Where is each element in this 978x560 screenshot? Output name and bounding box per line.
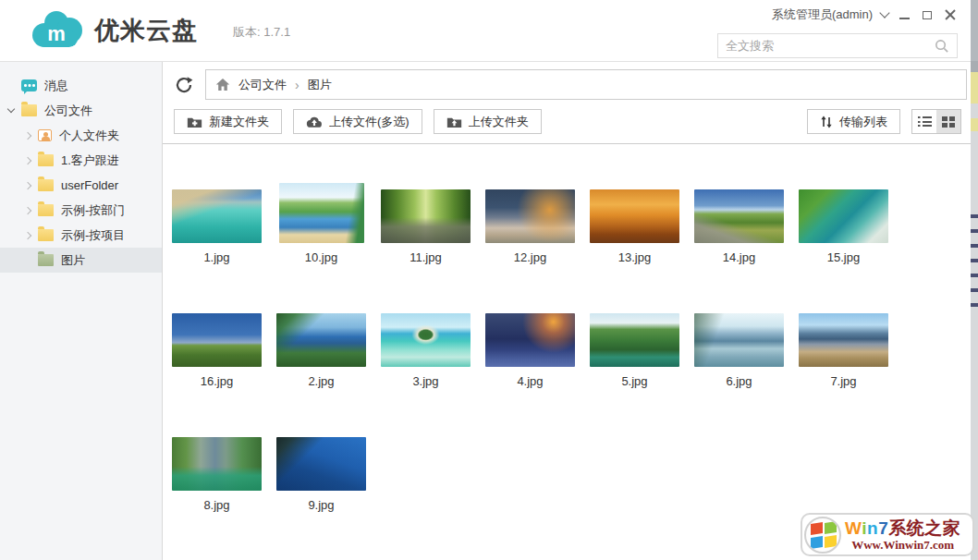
file-name: 7.jpg bbox=[830, 375, 856, 388]
file-name: 15.jpg bbox=[827, 251, 860, 264]
file-thumbnail[interactable] bbox=[172, 313, 262, 367]
person-folder-icon bbox=[38, 129, 52, 141]
user-menu[interactable]: 系统管理员(admin) bbox=[772, 6, 873, 23]
file-thumbnail[interactable] bbox=[799, 313, 888, 367]
file-name: 14.jpg bbox=[723, 251, 755, 264]
upload-folder-label: 上传文件夹 bbox=[469, 114, 529, 130]
app-logo-cloud-icon: m bbox=[26, 6, 91, 55]
file-item[interactable]: 15.jpg bbox=[791, 183, 896, 264]
upload-files-label: 上传文件(多选) bbox=[329, 114, 410, 130]
folder-upload-icon bbox=[446, 116, 462, 128]
sidebar-item-example-by-project[interactable]: 示例-按项目 bbox=[0, 223, 162, 248]
file-item[interactable]: 4.jpg bbox=[478, 307, 582, 388]
breadcrumb-company-files[interactable]: 公司文件 bbox=[238, 77, 287, 93]
grid-view-button[interactable] bbox=[936, 110, 960, 133]
sidebar-item-label: 1.客户跟进 bbox=[61, 152, 119, 169]
search-input[interactable] bbox=[726, 39, 934, 53]
sidebar-item-company-files[interactable]: 公司文件 bbox=[0, 98, 162, 123]
folder-plus-icon bbox=[187, 116, 202, 128]
home-icon[interactable] bbox=[215, 78, 230, 91]
version-label: 版本: 1.7.1 bbox=[233, 24, 290, 41]
file-item[interactable]: 9.jpg bbox=[269, 431, 373, 512]
file-thumbnail[interactable] bbox=[276, 313, 366, 367]
search-box[interactable] bbox=[717, 33, 958, 58]
view-toggle bbox=[911, 109, 961, 134]
background-window-edge bbox=[971, 0, 978, 560]
refresh-button[interactable] bbox=[172, 73, 196, 97]
content-area: 公司文件 › 图片 新建文件夹 bbox=[163, 62, 971, 560]
app-title: 优米云盘 bbox=[94, 14, 198, 47]
upload-folder-button[interactable]: 上传文件夹 bbox=[434, 109, 542, 134]
list-view-icon bbox=[918, 116, 932, 127]
new-folder-label: 新建文件夹 bbox=[209, 114, 269, 130]
breadcrumb-pictures[interactable]: 图片 bbox=[308, 77, 332, 93]
sidebar-item-personal-folder[interactable]: 个人文件夹 bbox=[0, 123, 162, 148]
file-thumbnail[interactable] bbox=[279, 183, 364, 243]
file-item[interactable]: 10.jpg bbox=[269, 183, 373, 264]
file-item[interactable]: 6.jpg bbox=[687, 307, 791, 388]
file-item[interactable]: 16.jpg bbox=[165, 307, 269, 388]
file-item[interactable]: 13.jpg bbox=[582, 183, 687, 264]
transfer-arrows-icon bbox=[820, 116, 833, 128]
file-item[interactable]: 1.jpg bbox=[165, 183, 269, 264]
file-thumbnail[interactable] bbox=[799, 189, 888, 243]
file-item[interactable]: 7.jpg bbox=[791, 307, 896, 388]
grid-view-icon bbox=[942, 116, 955, 128]
file-item[interactable]: 3.jpg bbox=[373, 307, 478, 388]
file-thumbnail[interactable] bbox=[172, 437, 262, 491]
file-thumbnail[interactable] bbox=[485, 313, 575, 367]
sidebar-item-messages[interactable]: 消息 bbox=[0, 73, 162, 98]
chevron-right-icon bbox=[20, 133, 35, 139]
file-thumbnail[interactable] bbox=[694, 189, 784, 243]
file-name: 11.jpg bbox=[410, 251, 441, 264]
new-folder-button[interactable]: 新建文件夹 bbox=[174, 109, 282, 134]
list-view-button[interactable] bbox=[912, 110, 936, 133]
file-item[interactable]: 2.jpg bbox=[269, 307, 373, 388]
upload-files-button[interactable]: 上传文件(多选) bbox=[293, 109, 422, 134]
file-item[interactable]: 12.jpg bbox=[478, 183, 582, 264]
file-thumbnail[interactable] bbox=[590, 189, 679, 243]
svg-text:m: m bbox=[47, 22, 66, 45]
sidebar-item-pictures[interactable]: 图片 bbox=[0, 248, 162, 273]
file-thumbnail[interactable] bbox=[381, 189, 471, 243]
sidebar-item-label: userFolder bbox=[61, 178, 118, 192]
maximize-icon bbox=[923, 11, 932, 19]
chevron-down-icon[interactable] bbox=[879, 7, 889, 18]
minimize-button[interactable] bbox=[897, 7, 911, 22]
file-thumbnail[interactable] bbox=[694, 313, 784, 367]
file-thumbnail[interactable] bbox=[485, 189, 575, 243]
sidebar-item-label: 公司文件 bbox=[44, 103, 92, 119]
file-name: 8.jpg bbox=[203, 499, 229, 512]
file-item[interactable]: 11.jpg bbox=[373, 183, 478, 264]
transfer-list-button[interactable]: 传输列表 bbox=[807, 109, 900, 134]
file-item[interactable]: 8.jpg bbox=[165, 431, 269, 512]
sidebar: 消息 公司文件 个人文件夹 1.客户跟进 userFolder 示例-按部门 示… bbox=[0, 62, 163, 560]
sidebar-item-example-by-department[interactable]: 示例-按部门 bbox=[0, 198, 162, 223]
file-thumbnail[interactable] bbox=[276, 437, 366, 491]
refresh-icon bbox=[175, 76, 193, 94]
folder-yellow-icon bbox=[38, 179, 54, 191]
chevron-right-icon bbox=[20, 233, 35, 238]
maximize-button[interactable] bbox=[920, 7, 935, 22]
app-window: m 优米云盘 版本: 1.7.1 系统管理员(admin) bbox=[0, 0, 978, 560]
folder-yellow-icon bbox=[21, 104, 37, 116]
file-thumbnail[interactable] bbox=[590, 313, 679, 367]
file-thumbnail[interactable] bbox=[381, 313, 471, 367]
file-item[interactable]: 14.jpg bbox=[687, 183, 791, 264]
breadcrumb-separator: › bbox=[295, 78, 300, 92]
sidebar-item-user-folder[interactable]: userFolder bbox=[0, 173, 162, 198]
close-button[interactable] bbox=[943, 7, 958, 22]
sidebar-item-customer-follow-up[interactable]: 1.客户跟进 bbox=[0, 148, 162, 173]
search-icon[interactable] bbox=[934, 38, 949, 54]
file-grid: 1.jpg 10.jpg 11.jpg 12.jpg 13.jpg 14.jpg… bbox=[163, 144, 971, 554]
file-item[interactable]: 5.jpg bbox=[582, 307, 687, 388]
file-thumbnail[interactable] bbox=[172, 189, 262, 243]
chevron-right-icon bbox=[20, 183, 35, 189]
file-name: 1.jpg bbox=[203, 251, 229, 264]
file-name: 5.jpg bbox=[621, 375, 647, 388]
sidebar-item-label: 个人文件夹 bbox=[59, 128, 119, 144]
cloud-upload-icon bbox=[306, 116, 323, 128]
close-icon bbox=[945, 9, 956, 20]
app-header: m 优米云盘 版本: 1.7.1 系统管理员(admin) bbox=[0, 0, 971, 62]
folder-yellow-icon bbox=[38, 204, 54, 216]
